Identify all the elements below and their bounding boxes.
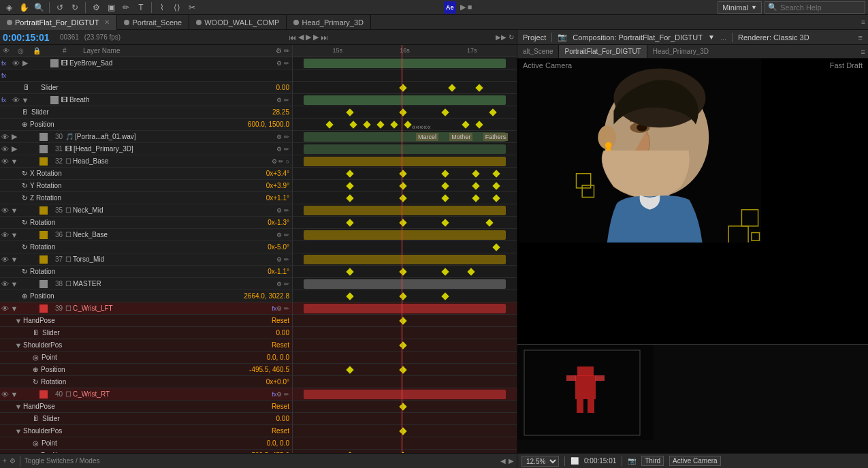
right-bottom-bar: 12.5% 25% 50% 100% ⬜ 0:00:15:01 📷 Third … (517, 453, 868, 468)
color-eyebrow (50, 59, 59, 67)
eye-31[interactable]: 👁 (0, 145, 10, 153)
expand-37[interactable]: ▼ (10, 255, 19, 264)
expand-36[interactable]: ▼ (10, 231, 19, 239)
play-btn[interactable]: ▶ (306, 33, 311, 42)
kf-xrot-2 (399, 170, 406, 177)
expand-breath[interactable]: ▼ (20, 96, 30, 104)
name-38[interactable]: MASTER (73, 280, 276, 287)
fit-icon[interactable]: ⬜ (570, 457, 579, 465)
project-btn[interactable]: Project (523, 33, 546, 42)
undo-icon[interactable]: ↺ (54, 1, 66, 14)
expand-handpose-rt[interactable]: ▼ (14, 403, 23, 411)
expand-32[interactable]: ▼ (10, 157, 19, 166)
expand-35[interactable]: ▼ (10, 206, 19, 215)
end-btn[interactable]: ⏭ (321, 33, 328, 42)
name-39[interactable]: C_Wrist_LFT (73, 305, 270, 312)
name-breath[interactable]: Breath (69, 96, 276, 104)
workspace-label: Minimal (722, 3, 748, 12)
loop-btn[interactable]: ↻ (509, 33, 514, 41)
eye-40[interactable]: 👁 (0, 390, 10, 399)
name-30[interactable]: [Portra...aft_01.wav] (75, 133, 276, 140)
name-36[interactable]: Neck_Base (73, 231, 276, 238)
expand-38[interactable]: ▼ (10, 280, 19, 288)
name-32[interactable]: Head_Base (73, 157, 272, 165)
comp-settings-btn[interactable]: ⚙ (10, 457, 16, 465)
name-31[interactable]: [Head_Primary_3D] (74, 145, 276, 153)
tab-portrait-scene[interactable]: Portrait_Scene (117, 15, 189, 30)
text-icon[interactable]: T (135, 1, 147, 14)
shape-icon[interactable]: ▣ (105, 1, 117, 14)
viewer-more-icon[interactable]: ≡ (858, 45, 868, 58)
zoom-tool-icon[interactable]: 🔍 (33, 1, 45, 14)
select-tool-icon[interactable]: ◈ (3, 1, 15, 14)
tab-portrait-flat-viewer[interactable]: PortraitFlat_For_DIGTUT (558, 45, 647, 58)
scissors-icon[interactable]: ✂ (186, 1, 198, 14)
tab-head-primary-viewer[interactable]: Head_Primary_3D (647, 45, 714, 58)
next-frame-btn[interactable]: ▶ (313, 33, 319, 42)
kf-pos38-1 (346, 292, 353, 300)
eye-30[interactable]: 👁 (0, 133, 10, 141)
expand-shoulderpos-rt[interactable]: ▼ (14, 427, 23, 435)
num-32: 32 (49, 157, 64, 165)
expand-40[interactable]: ▼ (10, 390, 19, 399)
eye-38[interactable]: 👁 (0, 280, 10, 288)
view-mode-select[interactable]: Third (641, 456, 664, 466)
nav-prev-btn[interactable]: ◀ (500, 457, 506, 465)
layer-area: 👁 ◎ 🔒 # Layer Name ⚙ ✏ fx 👁 ▶ (0, 45, 517, 453)
pen-icon[interactable]: ✏ (120, 1, 132, 14)
hand-tool-icon[interactable]: ✋ (18, 1, 30, 14)
right-menu-btn[interactable]: ≡ (858, 33, 863, 42)
playhead[interactable] (402, 45, 402, 57)
tab-head-primary[interactable]: Head_Primary_3D (287, 15, 370, 30)
eye-eyebrow[interactable]: 👁 (11, 59, 20, 67)
workspace-selector[interactable]: Minimal ▼ (718, 1, 762, 14)
eye-37[interactable]: 👁 (0, 255, 10, 264)
name-35[interactable]: Neck_Mid (73, 206, 276, 214)
toggle-switches-btn[interactable]: Toggle Switches / Modes (25, 457, 100, 465)
zoom-select[interactable]: 12.5% 25% 50% 100% (521, 456, 559, 467)
active-camera-btn[interactable]: Active Camera (669, 456, 721, 466)
tab-portrait-flat[interactable]: PortraitFlat_For_DIGTUT ✕ (0, 15, 117, 30)
puppet-icon[interactable]: ⟨⟩ (171, 1, 183, 14)
expand-31[interactable]: ▶ (10, 144, 19, 153)
stop-icon[interactable]: ■ (468, 3, 472, 12)
ram-preview-btn[interactable]: ▶▶ (496, 33, 507, 41)
add-layer-btn[interactable]: + (3, 457, 7, 465)
settings-icon[interactable]: ⚙ (90, 1, 102, 14)
redo-icon[interactable]: ↻ (69, 1, 81, 14)
tab-close-1[interactable]: ✕ (104, 18, 110, 26)
camera-btn-right[interactable]: 📷 (628, 457, 636, 465)
prev-frame-btn[interactable]: ◀ (298, 33, 304, 42)
eye-32[interactable]: 👁 (0, 157, 10, 166)
expand-comp-icon[interactable]: ▼ (708, 33, 715, 41)
expand-39[interactable]: ▼ (10, 305, 19, 313)
nav-next-btn[interactable]: ▶ (509, 457, 514, 465)
tab-alt-scene-label: alt_Scene (523, 48, 553, 55)
search-box[interactable]: 🔍 (765, 1, 865, 14)
layer-row-40: 👁 ▼ 40 ☐ C_Wrist_RT fx ⚙ ✏ (0, 388, 292, 401)
expand-30[interactable]: ▶ (10, 132, 19, 141)
eye-35[interactable]: 👁 (0, 206, 10, 215)
tab-wood-wall[interactable]: WOOD_WALL_COMP (189, 15, 287, 30)
eye-breath[interactable]: 👁 (11, 96, 20, 104)
val-point-lft: 0.0, 0.0 (267, 354, 289, 361)
expand-handpose-lft[interactable]: ▼ (14, 317, 23, 325)
brush-icon[interactable]: ⌇ (156, 1, 168, 14)
kf-row-38 (293, 278, 517, 290)
kf-row-point-rt (293, 437, 517, 450)
expand-eyebrow[interactable]: ▶ (20, 59, 30, 67)
eye-36[interactable]: 👁 (0, 231, 10, 239)
kf-yrot-5 (492, 182, 500, 189)
val-handpose-lft: Reset (272, 317, 289, 324)
name-eyebrow[interactable]: EyeBrow_Sad (69, 59, 276, 67)
tab-alt-scene[interactable]: alt_Scene (517, 45, 558, 58)
ram-preview-icon[interactable]: ▶ (460, 3, 466, 12)
eye-39[interactable]: 👁 (0, 305, 10, 313)
name-40[interactable]: C_Wrist_RT (73, 390, 270, 398)
more-btn[interactable]: ... (720, 33, 726, 42)
expand-shoulderpos-lft[interactable]: ▼ (14, 341, 23, 349)
name-37[interactable]: Torso_Mid (73, 255, 276, 263)
beginning-btn[interactable]: ⏮ (289, 33, 296, 42)
layer-names-header: 👁 ◎ 🔒 # Layer Name ⚙ ✏ (0, 45, 292, 57)
search-input[interactable] (780, 3, 862, 12)
